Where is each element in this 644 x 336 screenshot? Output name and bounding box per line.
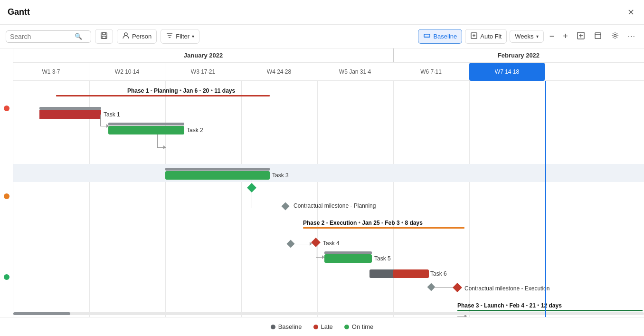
close-button[interactable]: ✕ [625,5,636,19]
legend-late-dot [313,325,318,329]
month-row: January 2022 February 2022 [13,48,644,63]
task1-baseline [39,107,101,110]
phase3-dot [4,274,9,280]
legend-late-label: Late [321,323,333,330]
task2-bar[interactable] [108,126,184,134]
autofit-icon [470,32,478,41]
month-february: February 2022 [393,48,644,63]
row-highlight-task3 [13,164,644,182]
svg-rect-2 [102,36,106,38]
autofit-button[interactable]: Auto Fit [465,29,507,44]
settings-button[interactable] [608,29,622,44]
task5-bar[interactable] [324,254,372,263]
phase2-dot [4,193,9,199]
baseline-icon [423,32,431,41]
week-w3: W3 17·21 [165,63,241,81]
phase2-baseline-bar [303,227,464,229]
task3-label: Task 3 [272,172,289,179]
task1-bar[interactable] [39,110,101,119]
gantt-sidebar [0,48,13,336]
week-row: W1 3·7 W2 10·14 W3 17·21 W4 24·28 W5 Jan… [13,63,644,81]
task4-label: Task 4 [323,240,340,247]
task6-label: Task 6 [430,270,447,277]
phase2-label: Phase 2 - Execution • Jan 25 - Feb 3 • 8… [303,220,423,226]
grid-line-6 [469,81,470,336]
export-button[interactable] [574,29,588,44]
scrollbar-track[interactable] [13,312,644,315]
milestone1-diamond-gray[interactable] [282,202,290,211]
task5-baseline [324,251,372,254]
legend-baseline-dot [271,325,275,329]
milestone1-label: Contractual milestone - Planning [294,202,376,209]
dep-m1-t4-h [294,244,310,244]
task1-label: Task 1 [104,111,120,118]
save-button[interactable] [95,29,113,44]
task6-bar[interactable] [393,269,429,278]
legend-baseline-label: Baseline [278,323,302,330]
today-line [545,81,546,336]
dep-t2-t3-v [157,134,158,148]
month-divider [393,48,394,62]
dep-t1-t2-v [100,115,101,126]
milestone2-red-diamond[interactable] [453,283,462,292]
grid-line-3 [241,81,242,336]
legend-ontime-label: On time [352,323,374,330]
legend-baseline: Baseline [271,323,302,330]
legend-ontime: On time [344,323,374,330]
chart-body: Phase 1 - Planning • Jan 6 - 20 • 11 day… [13,81,644,336]
zoom-chevron-icon: ▾ [536,34,539,39]
task2-label: Task 2 [187,127,203,134]
milestone1-diamond-green[interactable] [247,183,256,192]
grid-line-2 [165,81,166,336]
legend-ontime-dot [344,325,349,329]
milestone2-label: Contractual milestone - Execution [464,285,549,292]
grid-line-1 [89,81,90,336]
phase3-baseline-bar [457,310,643,311]
gantt-chart: January 2022 February 2022 W1 3·7 W2 10·… [13,48,644,336]
filter-label: Filter [176,33,189,40]
task2-baseline [108,123,184,125]
person-icon [122,32,130,41]
phase1-baseline-bar [56,95,270,96]
zoom-button[interactable]: Weeks ▾ [510,30,544,43]
svg-rect-1 [103,33,105,35]
week-w1: W1 3·7 [13,63,89,81]
zoom-label: Weeks [515,33,534,40]
search-box: 🔍 [6,30,91,43]
person-label: Person [132,33,152,40]
window-title: Gantt [8,7,30,17]
zoom-out-button[interactable]: − [547,29,558,43]
zoom-in-button[interactable]: + [560,29,571,43]
legend: Baseline Late On time [0,317,644,336]
week-w7-current: W7 14·18 [469,63,545,81]
week-w2: W2 10·14 [89,63,165,81]
svg-rect-8 [595,33,601,38]
month-january: January 2022 [13,48,393,63]
fullscreen-button[interactable] [591,29,605,44]
filter-button[interactable]: Filter ▾ [161,29,199,44]
task3-bar[interactable] [165,171,270,180]
search-icon: 🔍 [75,33,82,40]
svg-point-3 [124,33,127,36]
legend-late: Late [313,323,333,330]
scrollbar-thumb[interactable] [13,312,70,315]
grid-line-5 [393,81,394,336]
week-w5: W5 Jan 31·4 [317,63,393,81]
more-button[interactable]: ··· [625,30,638,43]
baseline-button[interactable]: Baseline [418,29,462,44]
baseline-label: Baseline [433,33,457,40]
week-w4: W4 24·28 [241,63,317,81]
filter-chevron-icon: ▾ [192,34,194,39]
search-input[interactable] [10,33,72,40]
m2-h-line [434,287,453,288]
gantt-area: January 2022 February 2022 W1 3·7 W2 10·… [0,48,644,336]
save-icon [100,32,108,41]
phase1-dot [4,106,9,111]
dep-t4-t5-v [316,246,316,258]
filter-icon [166,32,173,41]
toolbar-right: Baseline Auto Fit Weeks ▾ − + [418,29,638,44]
svg-rect-4 [424,34,430,37]
person-button[interactable]: Person [117,29,157,44]
toolbar: 🔍 Person Filter ▾ [0,25,644,48]
autofit-label: Auto Fit [480,33,502,40]
